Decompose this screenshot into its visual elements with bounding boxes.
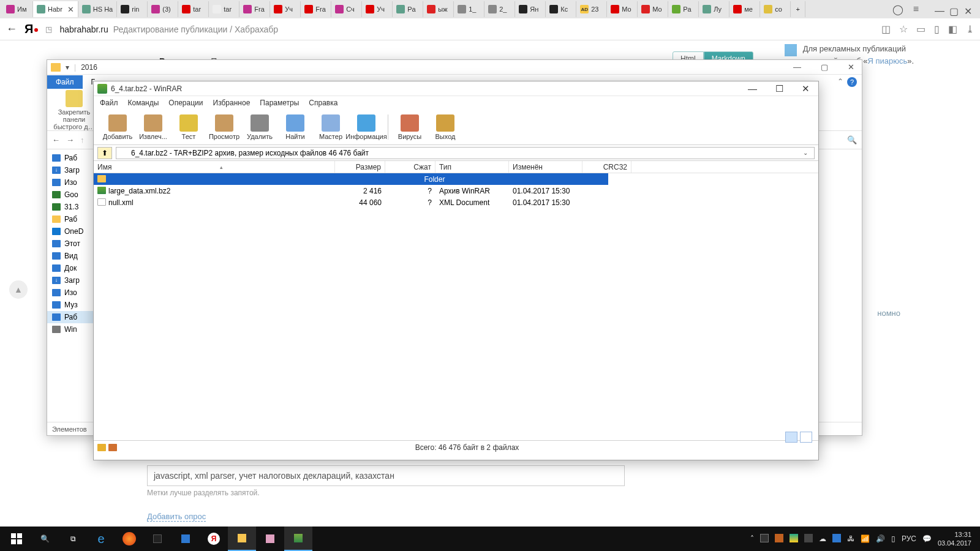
browser-tab[interactable]: ыж [423,1,454,17]
browser-tab[interactable]: Pa [668,1,699,17]
toolbar-button[interactable]: Вирусы [392,111,428,143]
new-tab-button[interactable]: + [791,1,805,17]
browser-tab[interactable]: ме [729,1,760,17]
explorer-up[interactable]: ↑ [80,135,85,144]
toolbar-button[interactable]: Извлеч... [135,111,171,143]
toolbar-button[interactable]: Удалить [242,111,277,143]
browser-tab[interactable]: co [760,1,791,17]
download-icon[interactable]: ⤓ [966,23,974,35]
site-security-icon[interactable]: ◳ [45,25,52,34]
tree-node[interactable]: Изо [47,287,98,299]
taskbar-yandex[interactable]: Я [200,527,228,551]
browser-menu-icon[interactable]: ≡ [913,4,919,15]
browser-tab[interactable]: HS Ha [78,1,117,17]
col-type[interactable]: Тип [435,161,509,173]
taskbar-explorer[interactable] [228,527,256,551]
menu-item[interactable]: Избранное [213,99,251,107]
explorer-maximize[interactable]: ▢ [817,61,832,73]
toolbar-button[interactable]: Найти [277,111,313,143]
tree-node[interactable]: Goo [47,189,98,201]
tray-app-icon2[interactable] [775,534,783,544]
tray-lang[interactable]: РУС [902,534,916,543]
browser-tab[interactable]: Кс [546,1,576,17]
start-button[interactable] [2,527,31,551]
bookmark-icon[interactable]: ◫ [881,23,891,35]
menu-item[interactable]: Операции [168,99,203,107]
taskbar-app2[interactable] [172,527,200,551]
menu-item[interactable]: Команды [128,99,159,107]
winrar-minimize[interactable]: — [743,82,762,96]
help-icon[interactable]: ? [847,77,857,87]
search-icon[interactable]: 🔍 [31,527,59,551]
browser-tab[interactable]: 1_ [454,1,484,17]
tab-close-icon[interactable]: ✕ [67,5,74,14]
tray-app-icon3[interactable] [804,534,813,544]
extension-icon[interactable]: ◧ [948,23,957,35]
winrar-close[interactable]: ✕ [797,82,815,96]
browser-tab[interactable]: Ян [515,1,546,17]
file-row[interactable]: large_data.xml.bz22 416?Архив WinRAR01.0… [94,185,818,197]
explorer-minimize[interactable]: — [790,61,805,73]
menu-item[interactable]: Файл [100,99,118,107]
ribbon-collapse-icon[interactable]: ⌃ [837,77,843,87]
browser-tab[interactable]: Мо [638,1,668,17]
tray-clock[interactable]: 13:31 03.04.2017 [938,530,971,547]
col-packed[interactable]: Сжат [385,161,435,173]
file-row[interactable]: null.xml44 060?XML Document01.04.2017 15… [94,197,818,208]
browser-tab[interactable]: 2_ [484,1,515,17]
view-details-button[interactable] [785,432,797,443]
browser-tab[interactable]: Сч [331,1,362,17]
star-icon[interactable]: ☆ [899,23,908,35]
tree-node[interactable]: Изо [47,176,98,189]
nav-back-button[interactable]: ← [6,23,17,36]
col-size[interactable]: Размер [335,161,385,173]
tray-onedrive-icon[interactable]: ☁ [819,534,826,543]
taskbar-winrar[interactable] [284,527,312,551]
explorer-close[interactable]: ✕ [844,61,858,73]
browser-tab[interactable]: Мо [607,1,638,17]
tree-node[interactable]: ↓Загр [47,274,98,287]
menu-item[interactable]: Справка [309,99,337,107]
scroll-top-button[interactable]: ▲ [9,280,28,299]
toolbar-button[interactable]: Просмотр [206,111,242,143]
tray-wifi-icon[interactable]: 📶 [861,534,870,543]
tree-node[interactable]: OneD [47,225,98,238]
winrar-file-list[interactable]: Folderlarge_data.xml.bz22 416?Архив WinR… [94,173,818,440]
browser-tab[interactable]: Уч [362,1,393,17]
reader-icon[interactable]: ▭ [916,23,925,35]
toolbar-button[interactable]: Информация [349,111,384,143]
toolbar-button[interactable]: Тест [171,111,206,143]
tree-node[interactable]: ↓Загр [47,164,98,176]
browser-tab[interactable]: tar [209,1,239,17]
add-poll-link[interactable]: Добавить опрос [147,512,206,522]
explorer-search-icon[interactable]: 🔍 [847,135,857,144]
tray-app-icon4[interactable] [832,534,841,544]
winrar-path-dropdown[interactable]: ⌄ [799,149,812,156]
toolbar-button[interactable]: Мастер [313,111,349,143]
toolbar-button[interactable]: Добавить [100,111,135,143]
tree-node[interactable]: Win [47,323,98,335]
ribbon-pin-quick[interactable]: Закрепить панели быстрого д… [53,90,95,130]
browser-tab[interactable]: Fra [301,1,331,17]
taskbar-ie[interactable]: e [87,527,115,551]
tree-node[interactable]: Док [47,262,98,274]
tray-gdrive-icon[interactable] [790,534,798,544]
tree-node[interactable]: Раб [47,213,98,225]
tree-node[interactable]: Вид [47,250,98,262]
browser-tab[interactable]: Habr✕ [33,1,78,17]
tray-battery-icon[interactable]: ▯ [891,534,895,543]
col-name[interactable]: Имя▴ [94,161,335,173]
col-crc[interactable]: CRC32 [582,161,631,173]
winrar-path-field[interactable]: 6_4.tar.bz2 - TAR+BZIP2 архив, размер ис… [116,147,815,159]
browser-tab[interactable]: Fra [239,1,270,17]
browser-tab[interactable]: Уч [270,1,301,17]
qat-icon[interactable]: ▾ [66,63,69,72]
browser-tab[interactable]: AD23 [576,1,607,17]
view-icons-button[interactable] [800,432,812,443]
tags-input[interactable]: javascript, xml parser, учет налоговых д… [147,465,625,486]
task-view-icon[interactable]: ⧉ [59,527,87,551]
tray-volume-icon[interactable]: 🔊 [876,534,885,543]
tree-node[interactable]: 31.3 [47,201,98,213]
taskbar-app1[interactable] [143,527,172,551]
taskbar-paint[interactable] [256,527,284,551]
